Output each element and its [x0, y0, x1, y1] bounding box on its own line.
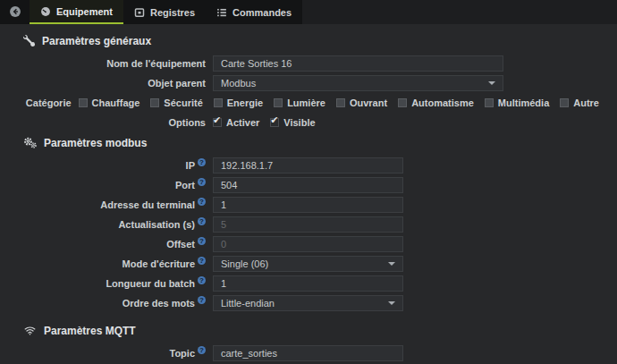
tab-label: Commandes — [232, 7, 292, 18]
field-label: Nom de l'équipement — [106, 58, 206, 69]
equipment-name-input[interactable] — [213, 55, 503, 72]
back-button[interactable] — [0, 0, 30, 24]
field-row-objet-parent: Objet parent Modbus — [18, 73, 599, 93]
field-label: Longueur du batch — [106, 278, 195, 289]
category-checkbox-ouvrant[interactable]: ✔ Ouvrant — [336, 97, 387, 108]
section-title: Paramètres généraux — [42, 35, 151, 47]
field-label: Actualisation (s) — [118, 219, 195, 230]
terminal-address-input[interactable] — [213, 197, 403, 213]
field-label: Port — [175, 180, 195, 190]
checkbox-box: ✔ — [214, 98, 223, 107]
port-input[interactable] — [213, 177, 403, 193]
section-mqtt: Paramètres MQTT — [23, 324, 599, 337]
ip-input[interactable] — [213, 157, 403, 174]
top-tab-bar: Equipement Registres Commandes — [0, 0, 617, 24]
option-checkbox-visible[interactable]: ✔ Visible — [270, 117, 315, 128]
help-icon[interactable] — [198, 237, 206, 245]
section-general: Paramètres généraux — [23, 34, 599, 47]
field-row-ip: IP — [18, 156, 599, 175]
field-label: Options — [168, 117, 206, 128]
gears-icon — [23, 137, 37, 148]
option-checkbox-activer[interactable]: ✔ Activer — [213, 117, 259, 128]
category-checkbox-autre[interactable]: ✔ Autre — [560, 97, 599, 108]
tab-registres[interactable]: Registres — [123, 0, 206, 24]
offset-input[interactable] — [213, 236, 403, 252]
field-row-ordre-mots: Ordre des mots Little-endian — [18, 293, 599, 313]
field-row-nom: Nom de l'équipement — [18, 54, 599, 73]
category-checkbox-chauffage[interactable]: ✔ Chauffage — [79, 97, 140, 108]
refresh-interval-input[interactable] — [213, 216, 403, 233]
tab-label: Registres — [150, 7, 195, 18]
checkbox-box: ✔ — [398, 98, 407, 107]
field-row-mode-ecriture: Mode d'écriture Single (06) — [18, 254, 599, 274]
mqtt-topic-input[interactable] — [213, 345, 403, 361]
section-modbus: Paramètres modbus — [23, 136, 599, 149]
field-label: Mode d'écriture — [123, 258, 195, 269]
write-mode-select[interactable]: Single (06) — [213, 256, 403, 272]
field-row-adresse-terminal: Adresse du terminal — [18, 195, 599, 215]
help-icon[interactable] — [198, 346, 206, 354]
help-icon[interactable] — [198, 257, 206, 265]
help-icon[interactable] — [198, 198, 206, 206]
wrench-icon — [23, 35, 35, 47]
field-row-longueur-batch: Longueur du batch — [18, 274, 599, 293]
list-icon — [216, 7, 227, 18]
category-checkbox-multimedia[interactable]: ✔ Multimédia — [485, 97, 549, 108]
category-checkbox-automatisme[interactable]: ✔ Automatisme — [398, 97, 474, 108]
word-order-select[interactable]: Little-endian — [213, 295, 403, 311]
checkbox-box: ✔ — [150, 98, 159, 107]
field-row-offset: Offset — [18, 234, 599, 254]
select-value: Little-endian — [221, 298, 275, 309]
checkbox-box: ✔ — [274, 98, 283, 107]
field-label: Topic — [169, 348, 195, 359]
box-icon — [134, 7, 145, 18]
wifi-icon — [23, 325, 37, 336]
category-checkbox-securite[interactable]: ✔ Sécurité — [150, 97, 202, 108]
help-icon[interactable] — [198, 178, 206, 186]
checkbox-box: ✔ — [560, 98, 569, 107]
category-checkbox-energie[interactable]: ✔ Energie — [214, 97, 263, 108]
help-icon[interactable] — [198, 276, 206, 284]
equipment-config-form: Paramètres généraux Nom de l'équipement … — [0, 24, 617, 363]
parent-object-select[interactable]: Modbus — [213, 75, 503, 91]
checkbox-box: ✔ — [485, 98, 494, 107]
field-row-actualisation: Actualisation (s) — [18, 215, 599, 234]
field-label: Adresse du terminal — [100, 199, 195, 210]
section-title: Paramètres modbus — [44, 137, 147, 149]
arrow-left-circle-icon — [9, 5, 21, 20]
checkbox-box: ✔ — [336, 98, 345, 107]
help-icon[interactable] — [198, 158, 206, 166]
chevron-down-icon — [388, 262, 395, 266]
field-label: Offset — [166, 239, 195, 250]
help-icon[interactable] — [198, 296, 206, 304]
checkbox-box: ✔ — [79, 98, 88, 107]
select-value: Modbus — [221, 78, 256, 89]
chevron-down-icon — [388, 301, 395, 305]
field-row-categorie: Catégorie ✔ Chauffage ✔ Sécurité ✔ Energ… — [18, 93, 599, 113]
tab-strip: Equipement Registres Commandes — [0, 0, 302, 24]
chevron-down-icon — [488, 81, 495, 85]
field-label: Catégorie — [26, 97, 72, 108]
checkbox-box: ✔ — [270, 118, 279, 127]
field-label: Objet parent — [148, 78, 206, 89]
gauge-icon — [40, 6, 51, 17]
select-value: Single (06) — [221, 258, 268, 269]
help-icon[interactable] — [198, 217, 206, 225]
batch-length-input[interactable] — [213, 275, 403, 292]
tab-commandes[interactable]: Commandes — [206, 0, 302, 24]
section-title: Paramètres MQTT — [44, 325, 136, 337]
field-row-port: Port — [18, 175, 599, 195]
field-row-options: Options ✔ Activer ✔ Visible — [18, 113, 599, 132]
tab-label: Equipement — [56, 6, 113, 17]
field-label: IP — [186, 160, 195, 171]
checkbox-box: ✔ — [213, 118, 222, 127]
field-label: Ordre des mots — [123, 298, 195, 309]
category-checkbox-lumiere[interactable]: ✔ Lumière — [274, 97, 325, 108]
field-row-topic: Topic — [18, 343, 599, 363]
tab-equipement[interactable]: Equipement — [30, 0, 123, 24]
